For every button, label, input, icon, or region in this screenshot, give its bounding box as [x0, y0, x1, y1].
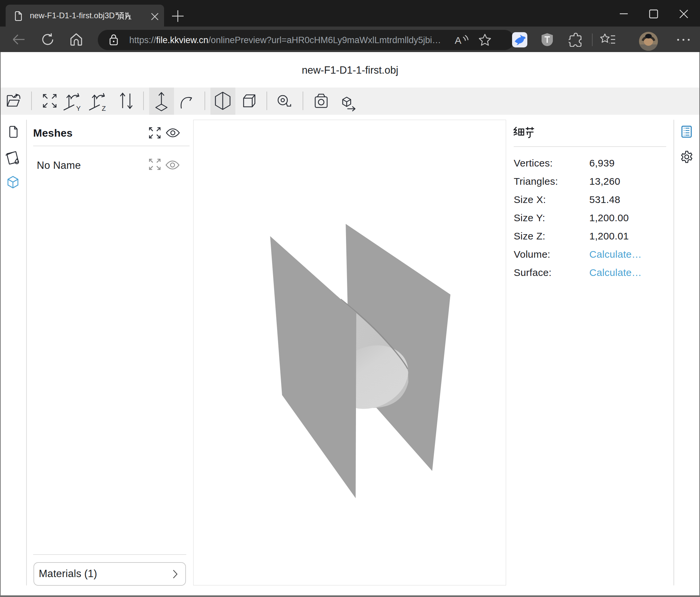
- svg-text:Y: Y: [76, 105, 80, 112]
- svg-text:Z: Z: [102, 105, 106, 112]
- svg-text:A: A: [455, 35, 461, 46]
